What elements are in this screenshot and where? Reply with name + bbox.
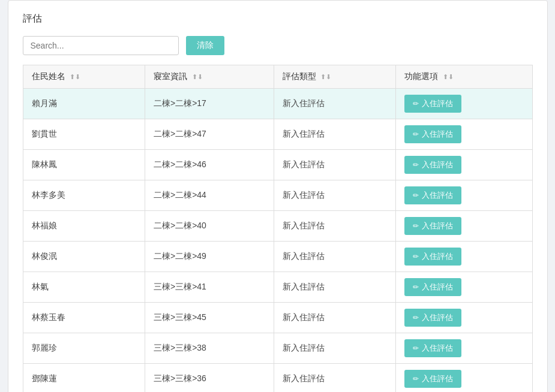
sort-icon-type: ⬆⬇	[320, 73, 331, 81]
cell-room: 二棟>二棟>17	[145, 89, 274, 119]
table-row: 賴月滿二棟>二棟>17新入住評估✏入住評估	[23, 89, 532, 119]
sort-icon-name: ⬆⬇	[70, 73, 80, 81]
cell-action: ✏入住評估	[395, 211, 532, 242]
pencil-icon: ✏	[413, 375, 419, 383]
main-card: 評估 清除 住民姓名 ⬆⬇ 寢室資訊 ⬆⬇ 評估類型 ⬆⬇ 功能選項	[8, 0, 548, 392]
cell-name: 林福娘	[23, 211, 145, 242]
cell-action: ✏入住評估	[395, 272, 532, 303]
cell-room: 三棟>三棟>41	[145, 272, 274, 303]
cell-room: 二棟>二棟>40	[145, 211, 274, 242]
checkin-assessment-button[interactable]: ✏入住評估	[404, 370, 461, 388]
col-header-action[interactable]: 功能選項 ⬆⬇	[395, 65, 532, 89]
col-header-name[interactable]: 住民姓名 ⬆⬇	[23, 65, 145, 89]
checkin-assessment-button[interactable]: ✏入住評估	[404, 278, 461, 296]
checkin-assessment-button[interactable]: ✏入住評估	[404, 217, 461, 235]
cell-name: 郭麗珍	[23, 333, 145, 364]
table-row: 郭麗珍三棟>三棟>38新入住評估✏入住評估	[23, 333, 532, 364]
pencil-icon: ✏	[413, 283, 419, 291]
cell-room: 三棟>三棟>38	[145, 333, 274, 364]
table-row: 林氣三棟>三棟>41新入住評估✏入住評估	[23, 272, 532, 303]
table-row: 林福娘二棟>二棟>40新入住評估✏入住評估	[23, 211, 532, 242]
checkin-assessment-button[interactable]: ✏入住評估	[404, 309, 461, 327]
pencil-icon: ✏	[413, 99, 419, 108]
cell-room: 二棟>二棟>47	[145, 119, 274, 150]
checkin-assessment-button[interactable]: ✏入住評估	[404, 339, 461, 357]
pencil-icon: ✏	[413, 222, 419, 230]
cell-action: ✏入住評估	[395, 89, 532, 119]
col-header-type[interactable]: 評估類型 ⬆⬇	[274, 65, 395, 89]
table-row: 林俊泯二棟>二棟>49新入住評估✏入住評估	[23, 242, 532, 272]
toolbar: 清除	[23, 36, 533, 55]
table-row: 劉貫世二棟>二棟>47新入住評估✏入住評估	[23, 119, 532, 150]
checkin-assessment-button[interactable]: ✏入住評估	[404, 186, 461, 204]
cell-name: 賴月滿	[23, 89, 145, 119]
checkin-assessment-button[interactable]: ✏入住評估	[404, 125, 461, 143]
cell-type: 新入住評估	[274, 150, 395, 180]
data-table: 住民姓名 ⬆⬇ 寢室資訊 ⬆⬇ 評估類型 ⬆⬇ 功能選項 ⬆⬇ 賴月滿二棟>二棟…	[23, 65, 533, 392]
cell-type: 新入住評估	[274, 211, 395, 242]
checkin-assessment-button[interactable]: ✏入住評估	[404, 248, 461, 266]
col-header-room[interactable]: 寢室資訊 ⬆⬇	[145, 65, 274, 89]
clear-button[interactable]: 清除	[186, 36, 224, 55]
cell-name: 陳林鳳	[23, 150, 145, 180]
cell-room: 三棟>三棟>45	[145, 303, 274, 333]
cell-name: 林李多美	[23, 180, 145, 211]
table-row: 陳林鳳二棟>二棟>46新入住評估✏入住評估	[23, 150, 532, 180]
cell-room: 二棟>二棟>44	[145, 180, 274, 211]
cell-action: ✏入住評估	[395, 119, 532, 150]
cell-type: 新入住評估	[274, 119, 395, 150]
table-row: 林李多美二棟>二棟>44新入住評估✏入住評估	[23, 180, 532, 211]
checkin-assessment-button[interactable]: ✏入住評估	[404, 156, 461, 174]
cell-room: 二棟>二棟>49	[145, 242, 274, 272]
cell-type: 新入住評估	[274, 272, 395, 303]
cell-type: 新入住評估	[274, 242, 395, 272]
search-input[interactable]	[23, 36, 179, 55]
cell-action: ✏入住評估	[395, 364, 532, 393]
table-row: 鄧陳蓮三棟>三棟>36新入住評估✏入住評估	[23, 364, 532, 393]
cell-type: 新入住評估	[274, 180, 395, 211]
checkin-assessment-button[interactable]: ✏入住評估	[404, 95, 461, 113]
cell-type: 新入住評估	[274, 303, 395, 333]
cell-type: 新入住評估	[274, 364, 395, 393]
sort-icon-room: ⬆⬇	[192, 73, 203, 81]
table-row: 林蔡玉春三棟>三棟>45新入住評估✏入住評估	[23, 303, 532, 333]
cell-name: 林俊泯	[23, 242, 145, 272]
cell-action: ✏入住評估	[395, 180, 532, 211]
cell-action: ✏入住評估	[395, 333, 532, 364]
pencil-icon: ✏	[413, 161, 419, 169]
cell-action: ✏入住評估	[395, 242, 532, 272]
pencil-icon: ✏	[413, 344, 419, 352]
cell-room: 二棟>二棟>46	[145, 150, 274, 180]
cell-action: ✏入住評估	[395, 303, 532, 333]
cell-type: 新入住評估	[274, 333, 395, 364]
table-header-row: 住民姓名 ⬆⬇ 寢室資訊 ⬆⬇ 評估類型 ⬆⬇ 功能選項 ⬆⬇	[23, 65, 532, 89]
cell-name: 林蔡玉春	[23, 303, 145, 333]
cell-room: 三棟>三棟>36	[145, 364, 274, 393]
pencil-icon: ✏	[413, 313, 419, 322]
cell-type: 新入住評估	[274, 89, 395, 119]
cell-action: ✏入住評估	[395, 150, 532, 180]
pencil-icon: ✏	[413, 130, 419, 138]
pencil-icon: ✏	[413, 252, 419, 261]
cell-name: 林氣	[23, 272, 145, 303]
pencil-icon: ✏	[413, 191, 419, 200]
cell-name: 鄧陳蓮	[23, 364, 145, 393]
cell-name: 劉貫世	[23, 119, 145, 150]
page-title: 評估	[23, 13, 533, 25]
sort-icon-action: ⬆⬇	[443, 73, 454, 81]
